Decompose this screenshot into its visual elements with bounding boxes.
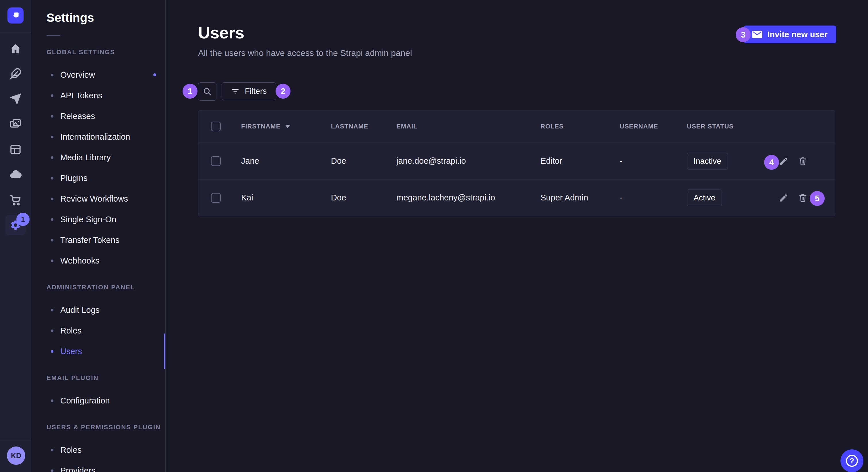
- status-badge: Active: [687, 190, 722, 206]
- rail-divider-bottom: [0, 440, 31, 440]
- strapi-logo-icon: [11, 11, 20, 20]
- rail-divider-top: [0, 32, 31, 32]
- annotation-badge-1: 1: [183, 84, 197, 99]
- bullet-icon: [51, 239, 53, 241]
- delete-user-button[interactable]: [798, 156, 807, 166]
- bullet-icon: [51, 177, 53, 179]
- sidebar-item-transfer-tokens[interactable]: Transfer Tokens: [31, 230, 165, 250]
- edit-user-button[interactable]: [779, 193, 788, 203]
- content-nav-button[interactable]: [5, 64, 26, 84]
- sidebar-item-review-workflows[interactable]: Review Workflows: [31, 189, 165, 209]
- page-subtitle: All the users who have access to the Str…: [198, 48, 412, 58]
- sidebar-title: Settings: [46, 11, 165, 25]
- column-header-firstname[interactable]: FIRSTNAME: [241, 123, 331, 130]
- sidebar-item-users[interactable]: Users: [31, 341, 165, 362]
- sidebar-item-media-library[interactable]: Media Library: [31, 147, 165, 168]
- marketplace-nav-button[interactable]: [5, 190, 26, 210]
- toolbar: Filters: [198, 82, 276, 101]
- status-badge: Inactive: [687, 153, 728, 169]
- bullet-icon: [51, 136, 53, 138]
- edit-user-button[interactable]: [779, 156, 788, 166]
- sidebar-title-divider: [46, 35, 60, 36]
- help-button[interactable]: ?: [840, 449, 863, 472]
- cell-username: -: [620, 156, 687, 166]
- sidebar-item-up-roles[interactable]: Roles: [31, 440, 165, 460]
- column-header-roles[interactable]: ROLES: [540, 123, 620, 130]
- cell-username: -: [620, 193, 687, 202]
- column-header-username[interactable]: USERNAME: [620, 123, 687, 130]
- search-button[interactable]: [198, 82, 216, 101]
- settings-sidebar: Settings GLOBAL SETTINGS Overview API To…: [31, 0, 166, 472]
- sort-desc-icon: [285, 125, 290, 128]
- bullet-icon: [51, 449, 53, 451]
- cell-lastname: Doe: [331, 193, 396, 202]
- paper-plane-icon: [9, 93, 22, 105]
- bullet-icon: [51, 156, 53, 159]
- send-nav-button[interactable]: [5, 89, 26, 109]
- column-header-user-status[interactable]: USER STATUS: [687, 123, 770, 130]
- section-label: USERS & PERMISSIONS PLUGIN: [46, 423, 165, 432]
- column-header-email[interactable]: EMAIL: [396, 123, 540, 130]
- sidebar-item-plugins[interactable]: Plugins: [31, 168, 165, 189]
- sidebar-item-overview[interactable]: Overview: [31, 65, 165, 85]
- cart-icon: [9, 194, 22, 206]
- sidebar-item-audit-logs[interactable]: Audit Logs: [31, 300, 165, 320]
- cell-firstname: Kai: [241, 193, 331, 202]
- strapi-admin-app: 1 KD Settings GLOBAL SETTINGS Overview A…: [0, 0, 868, 472]
- sidebar-item-single-sign-on[interactable]: Single Sign-On: [31, 209, 165, 230]
- bullet-icon: [51, 94, 53, 97]
- bullet-icon: [51, 74, 53, 76]
- cell-email: megane.lacheny@strapi.io: [396, 193, 540, 202]
- sidebar-item-configuration[interactable]: Configuration: [31, 390, 165, 411]
- pencil-icon: [779, 156, 788, 166]
- content-type-builder-nav-button[interactable]: [5, 139, 26, 160]
- delete-user-button[interactable]: [798, 193, 807, 203]
- strapi-logo[interactable]: [7, 7, 24, 24]
- question-mark-icon: ?: [846, 455, 858, 467]
- bullet-icon: [51, 330, 53, 332]
- sidebar-item-webhooks[interactable]: Webhooks: [31, 250, 165, 271]
- row-checkbox[interactable]: [211, 193, 221, 203]
- table-row-kai[interactable]: Kai Doe megane.lacheny@strapi.io Super A…: [198, 179, 835, 216]
- section-label: ADMINISTRATION PANEL: [46, 283, 165, 292]
- feather-icon: [9, 68, 22, 80]
- sidebar-item-providers[interactable]: Providers: [31, 460, 165, 472]
- section-users-permissions-plugin: USERS & PERMISSIONS PLUGIN Roles Provide…: [31, 423, 165, 472]
- settings-notification-badge: 1: [17, 213, 30, 226]
- filters-button[interactable]: Filters: [222, 82, 276, 100]
- annotation-badge-4: 4: [764, 155, 779, 170]
- deploy-nav-button[interactable]: [5, 164, 26, 184]
- cell-roles: Editor: [540, 156, 620, 166]
- page-title: Users: [198, 23, 244, 42]
- cell-roles: Super Admin: [540, 193, 620, 202]
- column-header-lastname[interactable]: LASTNAME: [331, 123, 396, 130]
- home-nav-button[interactable]: [5, 39, 26, 59]
- sidebar-item-admin-roles[interactable]: Roles: [31, 320, 165, 341]
- section-label: EMAIL PLUGIN: [46, 374, 165, 382]
- select-all-checkbox[interactable]: [211, 122, 221, 131]
- section-email-plugin: EMAIL PLUGIN Configuration: [31, 374, 165, 411]
- bullet-icon: [51, 260, 53, 262]
- bullet-icon: [51, 198, 53, 200]
- table-row-jane[interactable]: Jane Doe jane.doe@strapi.io Editor - Ina…: [198, 142, 835, 179]
- annotation-badge-2: 2: [276, 84, 290, 99]
- active-item-indicator: [164, 334, 165, 369]
- user-avatar[interactable]: KD: [7, 446, 25, 465]
- trash-icon: [798, 193, 807, 203]
- notification-dot-icon: [153, 73, 156, 76]
- section-label: GLOBAL SETTINGS: [46, 48, 165, 57]
- row-checkbox[interactable]: [211, 156, 221, 166]
- sidebar-item-internationalization[interactable]: Internationalization: [31, 127, 165, 147]
- media-library-nav-button[interactable]: [5, 114, 26, 134]
- layout-icon: [9, 143, 22, 156]
- bullet-icon: [51, 115, 53, 117]
- search-icon: [203, 87, 212, 96]
- sidebar-item-api-tokens[interactable]: API Tokens: [31, 85, 165, 106]
- sidebar-item-releases[interactable]: Releases: [31, 106, 165, 127]
- images-icon: [9, 117, 22, 130]
- cell-lastname: Doe: [331, 156, 396, 166]
- invite-new-user-button[interactable]: Invite new user: [744, 26, 836, 43]
- envelope-icon: [752, 31, 762, 38]
- bullet-icon: [51, 309, 53, 311]
- annotation-badge-5: 5: [810, 191, 825, 206]
